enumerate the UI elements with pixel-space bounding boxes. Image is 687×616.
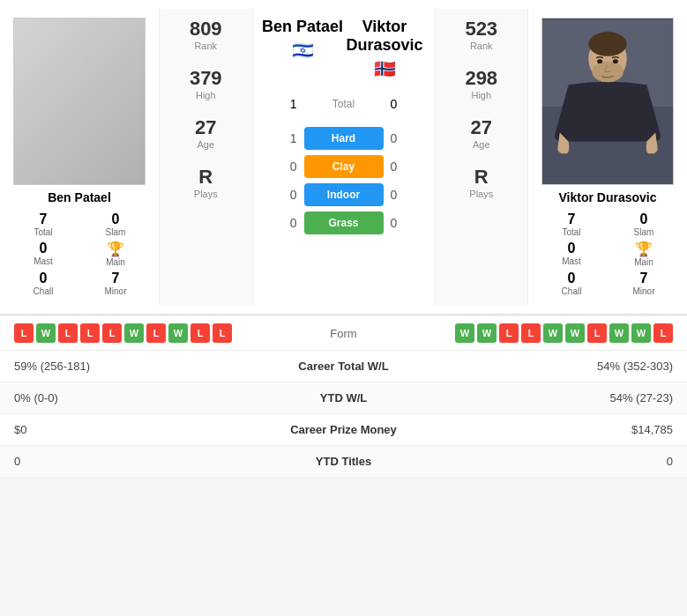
right-minor-cell: 7 Minor	[609, 271, 678, 296]
left-plays-value: R	[194, 166, 218, 189]
stats-row-1: 0% (0-0) YTD W/L 54% (27-23)	[0, 382, 687, 414]
bottom-section: LWLLLWLWLL Form WWLLWWLWWL 59% (256-181)…	[0, 315, 687, 478]
form-label: Form	[291, 327, 397, 340]
left-slam-value: 0	[112, 212, 120, 227]
right-player-name: Viktor Durasovic	[558, 190, 656, 204]
left-total-label: Total	[34, 227, 52, 237]
right-form-badge-3: L	[521, 323, 541, 343]
left-age-value: 27	[195, 116, 216, 139]
center-comparison: Ben Patael 🇮🇱 Viktor Durasovic 🇳🇴 1 Tota…	[253, 9, 435, 305]
right-slam-value: 0	[640, 212, 648, 227]
right-flag: 🇳🇴	[344, 58, 426, 79]
right-form-badge-7: W	[609, 323, 629, 343]
left-form-badge-0: L	[14, 323, 34, 343]
total-score-right: 0	[391, 97, 426, 111]
right-form-badge-8: W	[631, 323, 651, 343]
surface-score-right-hard: 0	[391, 131, 426, 145]
left-form-badge-3: L	[80, 323, 100, 343]
right-photo-img	[542, 19, 673, 184]
left-main-label: Main	[106, 257, 125, 267]
surface-score-right-clay: 0	[391, 160, 426, 174]
left-form-badge-1: W	[36, 323, 56, 343]
form-row: LWLLLWLWLL Form WWLLWWLWWL	[0, 316, 687, 351]
stats-label-3: YTD Titles	[273, 455, 414, 468]
left-slam-cell: 0 Slam	[81, 212, 150, 237]
svg-point-3	[588, 32, 626, 56]
right-age-block: 27 Age	[471, 116, 492, 150]
left-flag: 🇮🇱	[262, 40, 344, 61]
surface-rows: 1 Hard 0 0 Clay 0 0 Indoor 0 0 Grass 0	[262, 127, 426, 240]
left-plays-block: R Plays	[194, 166, 218, 199]
stats-label-0: Career Total W/L	[273, 360, 414, 373]
stats-right-0: 54% (352-303)	[414, 360, 674, 373]
left-minor-label: Minor	[104, 286, 126, 296]
total-score-left: 1	[262, 97, 297, 111]
right-chall-cell: 0 Chall	[537, 271, 606, 296]
right-form-badge-1: W	[477, 323, 497, 343]
left-minor-value: 7	[112, 271, 120, 286]
left-high-value: 379	[190, 67, 222, 90]
left-mast-cell: 0 Mast	[9, 241, 78, 267]
left-form-badge-6: L	[146, 323, 166, 343]
right-total-value: 7	[568, 212, 576, 227]
right-plays-value: R	[469, 166, 493, 189]
left-form-badges: LWLLLWLWLL	[14, 323, 291, 343]
left-high-block: 379 High	[190, 67, 222, 100]
total-label: Total	[304, 98, 384, 110]
players-section: Ben Patael 7 Total 0 Slam 0 Mast 🏆 Main	[0, 0, 687, 314]
stats-label-2: Career Prize Money	[273, 423, 414, 436]
right-high-block: 298 High	[465, 67, 497, 100]
left-total-value: 7	[40, 212, 48, 227]
stats-label-1: YTD W/L	[273, 391, 414, 404]
surface-row-clay: 0 Clay 0	[262, 155, 426, 178]
right-form-badge-2: L	[499, 323, 519, 343]
left-form-badge-8: L	[190, 323, 210, 343]
surface-badge-grass: Grass	[304, 212, 384, 234]
right-form-badge-9: L	[653, 323, 673, 343]
right-stats-grid: 7 Total 0 Slam 0 Mast 🏆 Main 0 Chall	[537, 212, 678, 296]
stats-right-2: $14,785	[414, 423, 674, 436]
stats-left-1: 0% (0-0)	[14, 391, 273, 404]
main-container: Ben Patael 7 Total 0 Slam 0 Mast 🏆 Main	[0, 0, 687, 478]
right-form-badge-5: W	[565, 323, 585, 343]
stats-row-2: $0 Career Prize Money $14,785	[0, 414, 687, 446]
right-player-card: Viktor Durasovic 7 Total 0 Slam 0 Mast 🏆…	[528, 9, 687, 305]
left-form-badge-7: W	[168, 323, 188, 343]
right-chall-label: Chall	[562, 286, 582, 296]
left-total-cell: 7 Total	[9, 212, 78, 237]
left-stats-panel: 809 Rank 379 High 27 Age R Plays	[159, 9, 253, 305]
surface-badge-hard: Hard	[304, 127, 384, 150]
left-trophy-cell: 🏆 Main	[81, 241, 150, 267]
left-stats-grid: 7 Total 0 Slam 0 Mast 🏆 Main 0 Chall	[9, 212, 150, 296]
surface-score-left-clay: 0	[262, 160, 297, 174]
stats-left-2: $0	[14, 423, 273, 436]
right-age-label: Age	[471, 139, 492, 150]
right-trophy-cell: 🏆 Main	[609, 241, 678, 267]
right-slam-cell: 0 Slam	[609, 212, 678, 237]
right-form-badge-6: L	[587, 323, 607, 343]
right-name-header: Viktor Durasovic	[344, 18, 426, 55]
right-mast-value: 0	[568, 241, 576, 256]
left-form-badge-9: L	[213, 323, 232, 343]
right-total-label: Total	[562, 227, 580, 237]
left-name-header: Ben Patael	[262, 18, 344, 36]
right-stats-panel: 523 Rank 298 High 27 Age R Plays	[435, 9, 529, 305]
left-age-block: 27 Age	[195, 116, 216, 150]
left-chall-label: Chall	[34, 286, 54, 296]
right-mast-label: Mast	[562, 256, 581, 266]
right-form-badges: WWLLWWLWWL	[397, 323, 674, 343]
stats-left-3: 0	[14, 455, 273, 468]
right-rank-block: 523 Rank	[465, 18, 497, 51]
stats-right-3: 0	[414, 455, 674, 468]
left-chall-value: 0	[40, 271, 48, 286]
left-rank-block: 809 Rank	[190, 18, 222, 51]
left-form-badge-4: L	[102, 323, 122, 343]
left-mast-label: Mast	[34, 256, 53, 266]
surface-row-indoor: 0 Indoor 0	[262, 183, 426, 206]
stats-row-3: 0 YTD Titles 0	[0, 446, 687, 478]
left-player-name: Ben Patael	[48, 190, 111, 204]
left-player-photo	[13, 18, 146, 185]
left-form-badge-2: L	[58, 323, 78, 343]
right-trophy-icon: 🏆	[635, 241, 653, 257]
surface-score-left-hard: 1	[262, 131, 297, 145]
